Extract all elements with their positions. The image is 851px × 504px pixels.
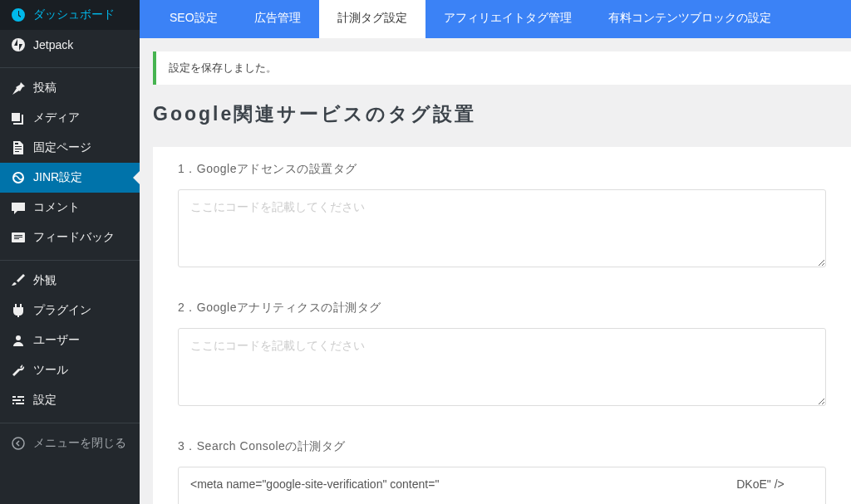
page-icon (10, 139, 27, 156)
sidebar-separator (0, 64, 140, 68)
sidebar-item-posts[interactable]: 投稿 (0, 73, 140, 103)
sidebar-item-label: フィードバック (33, 230, 115, 245)
collapse-icon (10, 435, 27, 452)
comments-icon (10, 199, 27, 216)
field-adsense: 1．Googleアドセンスの設置タグ (178, 162, 826, 271)
settings-panel: 1．Googleアドセンスの設置タグ 2．Googleアナリティクスの計測タグ … (153, 147, 851, 504)
sidebar-item-label: ダッシュボード (33, 7, 115, 22)
admin-sidebar: ダッシュボード Jetpack 投稿 メディア 固定ページ JINR設定 (0, 0, 140, 504)
jinr-icon (10, 169, 27, 186)
pin-icon (10, 80, 27, 96)
tab-seo[interactable]: SEO設定 (151, 0, 236, 38)
save-success-notice: 設定を保存しました。 (153, 51, 851, 85)
adsense-textarea[interactable] (178, 189, 826, 267)
svg-point-3 (16, 335, 21, 340)
sidebar-item-feedback[interactable]: フィードバック (0, 223, 140, 252)
sidebar-item-pages[interactable]: 固定ページ (0, 133, 140, 163)
sidebar-item-comments[interactable]: コメント (0, 193, 140, 223)
jetpack-icon (10, 37, 27, 53)
sidebar-item-label: Jetpack (33, 38, 73, 51)
sidebar-item-label: 固定ページ (33, 140, 91, 155)
search-console-textarea[interactable] (178, 467, 826, 504)
sidebar-item-jetpack[interactable]: Jetpack (0, 30, 140, 60)
feedback-icon (10, 229, 27, 246)
svg-point-0 (12, 38, 25, 51)
field-label: 1．Googleアドセンスの設置タグ (178, 162, 826, 177)
sidebar-item-jinr[interactable]: JINR設定 (0, 163, 140, 193)
media-icon (10, 110, 27, 126)
sidebar-item-settings[interactable]: 設定 (0, 385, 140, 415)
section-heading: Google関連サービスのタグ設置 (153, 101, 851, 127)
tab-affiliate[interactable]: アフィリエイトタグ管理 (426, 0, 590, 38)
sidebar-separator (0, 257, 140, 261)
field-search-console: 3．Search Consoleの計測タグ (178, 439, 826, 504)
wrench-icon (10, 362, 27, 379)
brush-icon (10, 272, 27, 289)
sidebar-item-label: メディア (33, 110, 80, 125)
sidebar-item-label: ツール (33, 363, 68, 378)
sidebar-item-appearance[interactable]: 外観 (0, 266, 140, 296)
sidebar-item-label: 設定 (33, 393, 57, 408)
user-icon (10, 332, 27, 349)
sidebar-item-label: 投稿 (33, 81, 57, 95)
sidebar-separator (0, 419, 140, 423)
sidebar-item-label: メニューを閉じる (33, 436, 126, 451)
sidebar-item-users[interactable]: ユーザー (0, 325, 140, 355)
tab-tracking[interactable]: 計測タグ設定 (319, 0, 426, 38)
sidebar-item-media[interactable]: メディア (0, 103, 140, 133)
field-label: 2．Googleアナリティクスの計測タグ (178, 301, 826, 316)
sidebar-item-label: プラグイン (33, 303, 91, 318)
settings-sliders-icon (10, 392, 27, 409)
tab-ads[interactable]: 広告管理 (236, 0, 319, 38)
dashboard-icon (10, 7, 27, 23)
content-area: 設定を保存しました。 Google関連サービスのタグ設置 1．Googleアドセ… (140, 38, 851, 504)
field-analytics: 2．Googleアナリティクスの計測タグ (178, 301, 826, 409)
sidebar-item-label: JINR設定 (33, 170, 82, 185)
sidebar-item-collapse[interactable]: メニューを閉じる (0, 428, 140, 458)
notice-text: 設定を保存しました。 (169, 61, 277, 74)
sidebar-item-label: ユーザー (33, 333, 80, 348)
svg-point-4 (12, 438, 24, 449)
settings-tabbar: SEO設定 広告管理 計測タグ設定 アフィリエイトタグ管理 有料コンテンツブロッ… (140, 0, 851, 38)
sidebar-item-dashboard[interactable]: ダッシュボード (0, 0, 140, 30)
sidebar-item-label: 外観 (33, 273, 57, 288)
field-label: 3．Search Consoleの計測タグ (178, 439, 826, 454)
sidebar-item-plugins[interactable]: プラグイン (0, 296, 140, 325)
analytics-textarea[interactable] (178, 328, 826, 406)
sidebar-item-label: コメント (33, 200, 80, 215)
tab-paid-content[interactable]: 有料コンテンツブロックの設定 (590, 0, 790, 38)
sidebar-item-tools[interactable]: ツール (0, 355, 140, 385)
main-content: SEO設定 広告管理 計測タグ設定 アフィリエイトタグ管理 有料コンテンツブロッ… (140, 0, 851, 504)
plugin-icon (10, 302, 27, 319)
